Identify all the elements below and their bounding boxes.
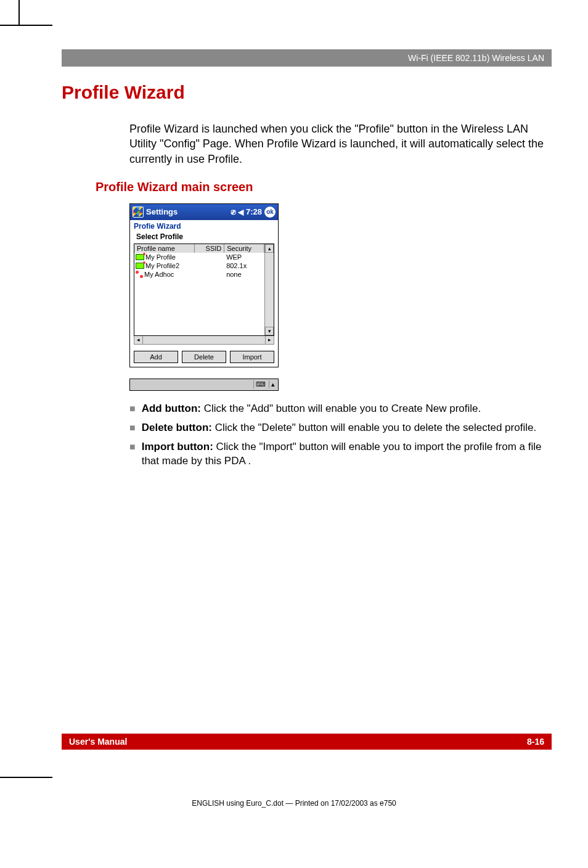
section-heading: Profile Wizard main screen	[96, 180, 552, 194]
embedded-screenshot: Settings ⎚ ◀ 7:28 ok Profie Wizard Selec…	[129, 203, 279, 391]
bullet-icon: ■	[129, 402, 136, 416]
col-ssid[interactable]: SSID	[195, 244, 224, 253]
footer-right: 8-16	[527, 737, 544, 747]
list-header: Profile name SSID Security	[134, 244, 264, 253]
cell-ssid	[194, 270, 224, 279]
infrastructure-icon	[136, 254, 144, 260]
footer-left: User's Manual	[69, 737, 127, 747]
cell-name: My Adhoc	[144, 271, 174, 278]
list-item: ■ Import button: Click the "Import" butt…	[129, 440, 552, 469]
profile-listview[interactable]: Profile name SSID Security My Profile WE…	[134, 244, 274, 336]
section-label: Select Profile	[130, 231, 278, 244]
print-info: ENGLISH using Euro_C.dot — Printed on 17…	[0, 799, 588, 808]
cell-ssid	[194, 253, 224, 261]
cell-security: WEP	[224, 253, 264, 261]
add-button[interactable]: Add	[134, 351, 178, 363]
col-security[interactable]: Security	[224, 244, 264, 253]
cell-security: none	[224, 270, 264, 279]
bullet-icon: ■	[129, 421, 136, 435]
list-item[interactable]: My Profile WEP	[134, 253, 264, 261]
running-header: Wi-Fi (IEEE 802.11b) Wireless LAN	[62, 49, 552, 67]
page-title: Profile Wizard	[62, 82, 552, 103]
intro-paragraph: Profile Wizard is launched when you clic…	[129, 121, 552, 166]
import-button[interactable]: Import	[230, 351, 274, 363]
window-title: Settings	[146, 207, 178, 216]
pda-window: Settings ⎚ ◀ 7:28 ok Profie Wizard Selec…	[129, 203, 279, 367]
list-item: ■ Add button: Click the "Add" button wil…	[129, 402, 552, 416]
sip-up-icon[interactable]: ▴	[269, 380, 277, 388]
infrastructure-icon	[136, 263, 144, 269]
scroll-up-icon[interactable]: ▴	[265, 244, 274, 253]
bullet-body: Click the "Delete" button will enable yo…	[212, 422, 536, 433]
bullet-label: Import button:	[142, 441, 213, 452]
app-title: Profie Wizard	[130, 220, 278, 231]
ok-button[interactable]: ok	[264, 207, 276, 218]
horizontal-scrollbar[interactable]: ◂ ▸	[134, 336, 274, 345]
crop-mark	[0, 25, 52, 26]
connectivity-icon[interactable]: ⎚	[231, 208, 235, 216]
scroll-right-icon[interactable]: ▸	[265, 336, 274, 344]
bullet-body: Click the "Add" button will enable you t…	[201, 403, 481, 414]
sip-toolbar: ⌨ ▴	[129, 379, 279, 391]
titlebar: Settings ⎚ ◀ 7:28 ok	[130, 204, 278, 220]
volume-icon[interactable]: ◀	[238, 208, 243, 216]
vertical-scrollbar[interactable]: ▴ ▾	[264, 244, 274, 335]
list-item[interactable]: My Profile2 802.1x	[134, 261, 264, 270]
cell-name: My Profile2	[145, 262, 179, 269]
list-item[interactable]: My Adhoc none	[134, 270, 264, 279]
delete-button[interactable]: Delete	[182, 351, 226, 363]
bullet-icon: ■	[129, 440, 136, 454]
list-item: ■ Delete button: Click the "Delete" butt…	[129, 421, 552, 435]
scroll-down-icon[interactable]: ▾	[265, 327, 274, 335]
bullet-label: Delete button:	[142, 422, 212, 433]
bullet-list: ■ Add button: Click the "Add" button wil…	[129, 402, 552, 469]
page-footer: User's Manual 8-16	[62, 734, 552, 750]
clock-time: 7:28	[246, 207, 262, 216]
keyboard-icon[interactable]: ⌨	[253, 380, 267, 388]
cell-name: My Profile	[145, 253, 176, 261]
bullet-label: Add button:	[142, 403, 201, 414]
scroll-left-icon[interactable]: ◂	[134, 336, 143, 344]
start-icon[interactable]	[133, 207, 144, 218]
col-profile-name[interactable]: Profile name	[134, 244, 195, 253]
adhoc-icon	[136, 271, 143, 278]
header-text: Wi-Fi (IEEE 802.11b) Wireless LAN	[408, 53, 544, 63]
crop-mark	[0, 777, 52, 778]
cell-security: 802.1x	[224, 261, 264, 270]
cell-ssid	[194, 261, 224, 270]
crop-mark	[18, 0, 20, 25]
